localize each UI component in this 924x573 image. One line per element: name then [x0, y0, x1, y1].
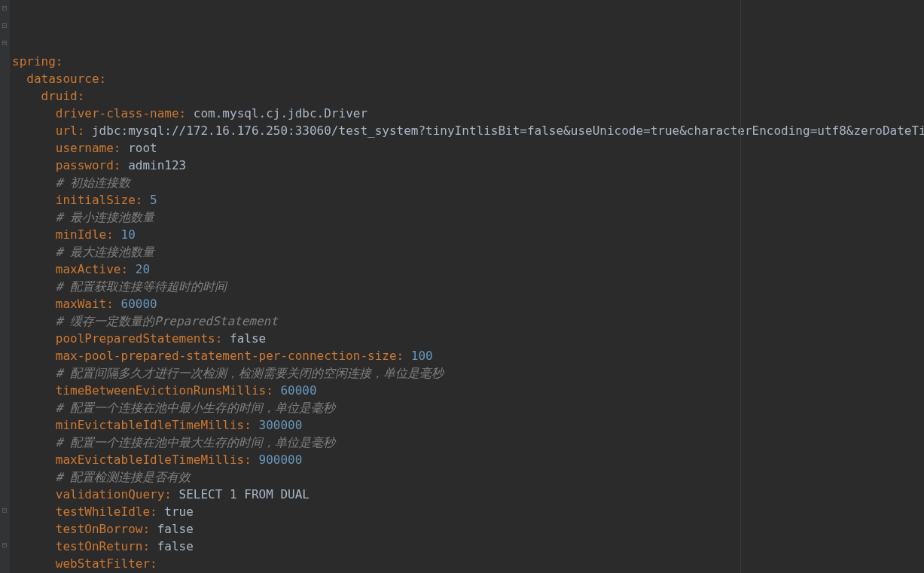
yaml-key: minIdle — [56, 227, 106, 242]
fold-toggle-icon[interactable]: ⊟ — [0, 20, 9, 29]
fold-toggle-icon[interactable]: ⊟ — [0, 3, 9, 12]
fold-toggle-icon[interactable]: ⊟ — [0, 505, 9, 514]
yaml-key: maxEvictableIdleTimeMillis — [56, 453, 244, 467]
code-editor[interactable]: ⊟⊟⊟⊟⊟ spring: datasource: druid: driver-… — [0, 0, 924, 573]
yaml-comment: # 初始连接数 — [56, 175, 130, 190]
yaml-value: com.mysql.cj.jdbc.Driver — [186, 106, 367, 120]
colon: : — [56, 54, 63, 69]
yaml-comment: # 配置获取连接等待超时的时间 — [56, 279, 227, 294]
code-line[interactable]: # 配置获取连接等待超时的时间 — [12, 278, 924, 295]
code-line[interactable]: username: root — [12, 139, 924, 157]
colon: : — [142, 522, 150, 536]
colon: : — [244, 453, 252, 467]
code-line[interactable]: # 配置间隔多久才进行一次检测，检测需要关闭的空闲连接，单位是毫秒 — [12, 364, 924, 382]
yaml-key: driver-class-name — [56, 106, 179, 120]
yaml-comment: # 缓存一定数量的PreparedStatement — [56, 314, 278, 328]
code-line[interactable]: driver-class-name: com.mysql.cj.jdbc.Dri… — [12, 105, 924, 122]
code-line[interactable]: datasource: — [12, 70, 924, 87]
yaml-key: spring — [12, 54, 56, 69]
colon: : — [106, 227, 114, 242]
yaml-key: url — [56, 123, 78, 138]
code-line[interactable]: initialSize: 5 — [12, 191, 924, 209]
colon: : — [136, 193, 143, 207]
yaml-value: false — [150, 539, 194, 553]
yaml-comment: # 最大连接池数量 — [56, 245, 154, 259]
colon: : — [99, 72, 107, 86]
yaml-key: max-pool-prepared-statement-per-connecti… — [56, 349, 397, 363]
code-line[interactable]: url: jdbc:mysql://172.16.176.250:33060/t… — [12, 122, 924, 139]
yaml-value: 300000 — [252, 418, 302, 432]
colon: : — [114, 141, 121, 155]
yaml-value: 20 — [128, 262, 150, 276]
yaml-key: initialSize — [56, 193, 136, 207]
yaml-key: testOnBorrow — [56, 522, 143, 536]
code-line[interactable]: timeBetweenEvictionRunsMillis: 60000 — [12, 382, 924, 399]
yaml-key: webStatFilter — [56, 556, 150, 571]
code-line[interactable]: # 最大连接池数量 — [12, 243, 924, 261]
yaml-key: testOnReturn — [56, 539, 143, 553]
yaml-value: 900000 — [252, 453, 302, 467]
code-line[interactable]: maxActive: 20 — [12, 261, 924, 278]
yaml-key: datasource — [26, 72, 99, 86]
code-line[interactable]: # 配置一个连接在池中最小生存的时间，单位是毫秒 — [12, 399, 924, 416]
colon: : — [121, 262, 129, 276]
code-line[interactable]: poolPreparedStatements: false — [12, 330, 924, 347]
code-line[interactable]: testWhileIdle: true — [12, 503, 924, 520]
colon: : — [114, 158, 121, 172]
colon: : — [150, 504, 157, 519]
yaml-value: 10 — [114, 227, 136, 242]
code-line[interactable]: testOnReturn: false — [12, 538, 924, 555]
colon: : — [106, 297, 114, 311]
code-line[interactable]: # 初始连接数 — [12, 174, 924, 191]
yaml-value: false — [222, 331, 266, 346]
code-line[interactable]: minIdle: 10 — [12, 226, 924, 243]
yaml-key: validationQuery — [56, 487, 165, 501]
fold-toggle-icon[interactable]: ⊟ — [0, 38, 9, 47]
colon: : — [215, 331, 223, 346]
code-line[interactable]: maxEvictableIdleTimeMillis: 900000 — [12, 451, 924, 468]
yaml-comment: # 配置一个连接在池中最大生存的时间，单位是毫秒 — [56, 435, 335, 450]
code-line[interactable]: maxWait: 60000 — [12, 295, 924, 312]
yaml-comment: # 配置检测连接是否有效 — [56, 470, 191, 484]
yaml-comment: # 最小连接池数量 — [56, 210, 154, 224]
code-line[interactable]: minEvictableIdleTimeMillis: 300000 — [12, 416, 924, 434]
yaml-comment: # 配置一个连接在池中最小生存的时间，单位是毫秒 — [56, 401, 335, 415]
code-line[interactable]: spring: — [12, 53, 924, 70]
yaml-value: SELECT 1 FROM DUAL — [172, 487, 310, 501]
code-line[interactable]: max-pool-prepared-statement-per-connecti… — [12, 347, 924, 364]
yaml-key: druid — [41, 89, 78, 103]
code-line[interactable]: # 缓存一定数量的PreparedStatement — [12, 312, 924, 330]
colon: : — [397, 349, 404, 363]
yaml-key: poolPreparedStatements — [56, 331, 215, 346]
yaml-key: testWhileIdle — [56, 504, 150, 519]
fold-toggle-icon[interactable]: ⊟ — [0, 540, 9, 549]
yaml-key: username — [56, 141, 114, 155]
colon: : — [179, 106, 187, 120]
yaml-value: 60000 — [273, 383, 317, 398]
code-area[interactable]: spring: datasource: druid: driver-class-… — [11, 0, 924, 573]
code-line[interactable]: password: admin123 — [12, 157, 924, 174]
yaml-value: jdbc:mysql://172.16.176.250:33060/test_s… — [84, 123, 924, 138]
code-line[interactable]: # 配置检测连接是否有效 — [12, 468, 924, 486]
code-line[interactable]: # 最小连接池数量 — [12, 209, 924, 226]
code-line[interactable]: # 配置一个连接在池中最大生存的时间，单位是毫秒 — [12, 434, 924, 451]
code-line[interactable]: druid: — [12, 87, 924, 105]
yaml-value: 100 — [404, 349, 433, 363]
colon: : — [78, 89, 85, 103]
colon: : — [150, 556, 157, 571]
yaml-key: maxWait — [56, 297, 106, 311]
yaml-value: 5 — [142, 193, 157, 207]
yaml-key: maxActive — [56, 262, 121, 276]
yaml-key: password — [56, 158, 114, 172]
yaml-value: false — [150, 522, 194, 536]
code-line[interactable]: testOnBorrow: false — [12, 520, 924, 538]
yaml-value: 60000 — [114, 297, 157, 311]
yaml-value: root — [121, 141, 157, 155]
editor-gutter[interactable]: ⊟⊟⊟⊟⊟ — [0, 0, 11, 573]
code-line[interactable]: webStatFilter: — [12, 555, 924, 572]
colon: : — [142, 539, 150, 553]
colon: : — [164, 487, 172, 501]
yaml-value: true — [157, 504, 194, 519]
yaml-comment: # 配置间隔多久才进行一次检测，检测需要关闭的空闲连接，单位是毫秒 — [56, 366, 444, 380]
code-line[interactable]: validationQuery: SELECT 1 FROM DUAL — [12, 486, 924, 503]
